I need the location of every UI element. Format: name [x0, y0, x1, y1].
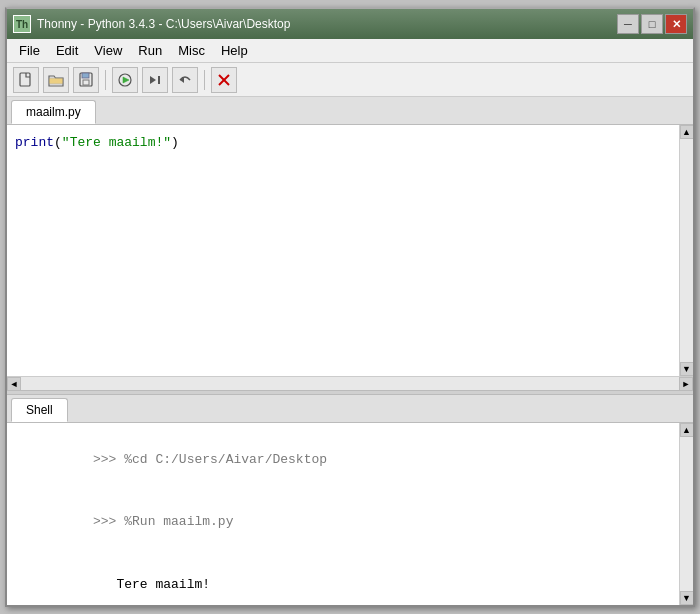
shell-area: Shell >>> %cd C:/Users/Aivar/Desktop >>>… — [7, 395, 693, 605]
shell-line-2: >>> %Run maailm.py — [15, 491, 671, 553]
editor-tab-maailm[interactable]: maailm.py — [11, 100, 96, 124]
shell-tab-bar: Shell — [7, 395, 693, 423]
menu-edit[interactable]: Edit — [48, 41, 86, 60]
svg-rect-0 — [20, 73, 30, 86]
code-editor[interactable]: print("Tere maailm!") ▲ ▼ — [7, 125, 693, 376]
svg-marker-7 — [150, 76, 156, 84]
shell-prompt-1: >>> — [93, 452, 124, 467]
main-window: Th Thonny - Python 3.4.3 - C:\Users\Aiva… — [5, 7, 695, 607]
editor-scrollbar-h[interactable]: ◄ ► — [7, 376, 693, 390]
shell-cmd-1: %cd C:/Users/Aivar/Desktop — [124, 452, 327, 467]
toolbar — [7, 63, 693, 97]
svg-rect-3 — [82, 73, 89, 78]
editor-tab-bar: maailm.py — [7, 97, 693, 125]
close-button[interactable]: ✕ — [665, 14, 687, 34]
titlebar-left: Th Thonny - Python 3.4.3 - C:\Users\Aiva… — [13, 15, 290, 33]
code-line-1: print("Tere maailm!") — [15, 133, 671, 153]
new-file-button[interactable] — [13, 67, 39, 93]
titlebar-buttons: ─ □ ✕ — [617, 14, 687, 34]
shell-tab[interactable]: Shell — [11, 398, 68, 422]
shell-line-1: >>> %cd C:/Users/Aivar/Desktop — [15, 429, 671, 491]
menu-help[interactable]: Help — [213, 41, 256, 60]
titlebar: Th Thonny - Python 3.4.3 - C:\Users\Aiva… — [7, 9, 693, 39]
menu-file[interactable]: File — [11, 41, 48, 60]
scrollbar-h-track — [21, 377, 679, 390]
shell-prompt-2: >>> — [93, 514, 124, 529]
run-button[interactable] — [112, 67, 138, 93]
editor-scrollbar-v[interactable]: ▲ ▼ — [679, 125, 693, 376]
shell-output-tere: Tere maailm! — [93, 577, 210, 592]
shell-scrollbar-v[interactable]: ▲ ▼ — [679, 423, 693, 605]
svg-rect-8 — [158, 76, 160, 84]
step-button[interactable] — [142, 67, 168, 93]
scroll-left-arrow[interactable]: ◄ — [7, 377, 21, 391]
stop-button[interactable] — [211, 67, 237, 93]
minimize-button[interactable]: ─ — [617, 14, 639, 34]
menu-misc[interactable]: Misc — [170, 41, 213, 60]
shell-line-3: Tere maailm! — [15, 554, 671, 605]
svg-rect-1 — [49, 78, 63, 84]
menu-run[interactable]: Run — [130, 41, 170, 60]
save-file-button[interactable] — [73, 67, 99, 93]
code-content[interactable]: print("Tere maailm!") — [7, 125, 679, 376]
toolbar-separator-1 — [105, 70, 106, 90]
shell-scroll-up[interactable]: ▲ — [680, 423, 694, 437]
scroll-up-arrow[interactable]: ▲ — [680, 125, 694, 139]
open-file-button[interactable] — [43, 67, 69, 93]
menu-view[interactable]: View — [86, 41, 130, 60]
svg-rect-4 — [83, 80, 89, 85]
scroll-down-arrow[interactable]: ▼ — [680, 362, 694, 376]
window-title: Thonny - Python 3.4.3 - C:\Users\Aivar\D… — [37, 17, 290, 31]
shell-output[interactable]: >>> %cd C:/Users/Aivar/Desktop >>> %Run … — [7, 423, 679, 605]
svg-marker-6 — [123, 77, 129, 83]
scroll-right-arrow[interactable]: ► — [679, 377, 693, 391]
maximize-button[interactable]: □ — [641, 14, 663, 34]
editor-area: maailm.py print("Tere maailm!") ▲ ▼ ◄ ► — [7, 97, 693, 390]
shell-cmd-2: %Run maailm.py — [124, 514, 233, 529]
shell-content[interactable]: >>> %cd C:/Users/Aivar/Desktop >>> %Run … — [7, 423, 693, 605]
toolbar-separator-2 — [204, 70, 205, 90]
back-button[interactable] — [172, 67, 198, 93]
shell-scroll-down[interactable]: ▼ — [680, 591, 694, 605]
app-icon: Th — [13, 15, 31, 33]
menubar: File Edit View Run Misc Help — [7, 39, 693, 63]
